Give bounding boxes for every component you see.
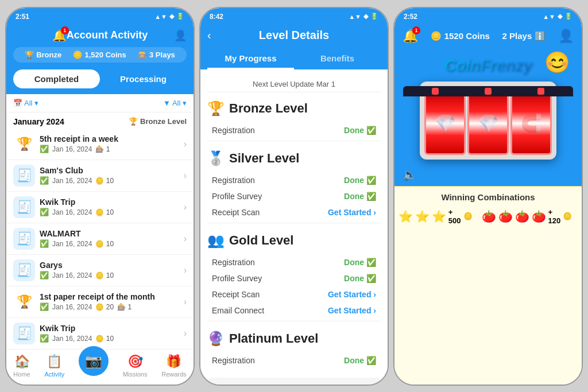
missions-icon: 🎯 <box>127 354 143 369</box>
activity-list: January 2024 🏆 Bronze Level 🏆 5th receip… <box>6 112 194 349</box>
page-title: Account Activity <box>67 29 148 41</box>
title-row: ‹ Level Details <box>207 29 381 48</box>
status-time-2: 8:42 <box>210 13 223 21</box>
status-icons-3: ▲▼ ◆ 🔋 <box>543 13 572 20</box>
profile-icon-3[interactable]: 👤 <box>558 29 574 44</box>
filter-left[interactable]: 📅 All ▾ <box>13 99 38 107</box>
winning-row: ⭐ ⭐ ⭐ + 500 🪙 🍅 🍅 🍅 🍅 + 120 🪙 <box>403 208 574 225</box>
nav-activity[interactable]: 📋 Activity <box>44 354 64 378</box>
list-item: Email Connect Get Started › <box>207 302 381 319</box>
activity-icon-receipt: 🧾 <box>13 165 35 187</box>
level-stat: 🏆 Bronze <box>25 51 61 59</box>
volume-icon[interactable]: 🔈 <box>403 168 417 181</box>
activity-icon-receipt: 🧾 <box>13 323 35 344</box>
tab-processing[interactable]: Processing <box>100 69 187 88</box>
coinfrenzy-logo: CoinFrenzy <box>444 56 532 75</box>
activity-info: Kwik Trip ✅ Jan 16, 2024 🪙 10 <box>40 324 180 343</box>
rewards-icon: 🎁 <box>166 354 181 369</box>
table-row[interactable]: 🧾 Sam's Club ✅ Jan 16, 2024 🪙 10 › <box>6 160 194 192</box>
status-bar-3: 2:52 ▲▼ ◆ 🔋 <box>394 8 582 24</box>
bronze-level-section: 🏆 Bronze Level Registration Done ✅ <box>207 100 381 141</box>
profile-icon[interactable]: 👤 <box>174 29 187 42</box>
title-row: 🔔 1 Account Activity 👤 <box>13 29 187 42</box>
bottom-nav: 🏠 Home 📋 Activity 📷 🎯 Missions 🎁 Rewards <box>6 349 194 385</box>
coin-mascot: 😊 <box>544 51 570 75</box>
notification-badge: 1 <box>61 26 69 34</box>
phone-1: 2:51 ▲▼ ◆ 🔋 🔔 1 Account Activity 👤 🏆 B <box>5 7 195 386</box>
list-item: Receipt Scan Get Started › <box>207 204 381 220</box>
slot-symbol-1: 💎 <box>435 113 456 133</box>
list-item: Registration Done ✅ <box>207 352 381 368</box>
level-details-content: Next Level Update Mar 1 🏆 Bronze Level R… <box>200 69 388 385</box>
table-row[interactable]: 🧾 Kwik Trip ✅ Jan 16, 2024 🪙 10 › <box>6 192 194 223</box>
activity-info: WALMART ✅ Jan 16, 2024 🪙 10 <box>40 229 180 248</box>
activity-info: Sam's Club ✅ Jan 16, 2024 🪙 10 <box>40 166 180 185</box>
get-started-button[interactable]: Get Started › <box>328 290 376 299</box>
list-item: Registration Done ✅ <box>207 122 381 138</box>
tab-completed[interactable]: Completed <box>13 69 100 88</box>
table-row[interactable]: 🏆 1st paper receipt of the month ✅ Jan 1… <box>6 286 194 318</box>
list-item: Registration Done ✅ <box>207 172 381 188</box>
table-row[interactable]: 🧾 Kwik Trip ✅ Jan 16, 2024 🪙 10 › <box>6 318 194 349</box>
slot-symbol-3: 🧲 <box>521 113 542 133</box>
slot-reel-1: 💎 <box>424 92 466 155</box>
month-label: January 2024 <box>13 117 64 126</box>
notification-bell-3[interactable]: 🔔 1 <box>403 29 418 44</box>
winning-item-2: 🍅 🍅 🍅 🍅 + 120 🪙 <box>482 208 572 225</box>
slot-machine-area: CoinFrenzy 😊 💎 💎 <box>394 51 582 186</box>
phone3-header: 🔔 1 🪙 1520 Coins 2 Plays ℹ️ 👤 <box>394 24 582 51</box>
month-level: 🏆 Bronze Level <box>129 117 187 126</box>
activity-info: 1st paper receipt of the month ✅ Jan 16,… <box>40 292 180 311</box>
status-icons-1: ▲▼ ◆ 🔋 <box>154 13 184 20</box>
gold-title: 👥 Gold Level <box>207 232 381 249</box>
note-box: Level update occurs on 1st of the month … <box>207 378 381 385</box>
activity-icon-trophy2: 🏆 <box>13 291 35 313</box>
bronze-title: 🏆 Bronze Level <box>207 100 381 117</box>
next-update-label: Next Level Update Mar 1 <box>207 76 381 92</box>
month-header: January 2024 🏆 Bronze Level <box>6 112 194 129</box>
home-icon: 🏠 <box>14 354 30 369</box>
phone2-tabs: My Progress Benefits <box>207 48 381 69</box>
activity-icon-trophy: 🏆 <box>13 133 35 155</box>
table-row[interactable]: 🧾 Garys ✅ Jan 16, 2024 🪙 10 › <box>6 255 194 286</box>
platinum-level-section: 🔮 Platinum Level Registration Done ✅ <box>207 331 381 368</box>
get-started-button[interactable]: Get Started › <box>328 306 376 315</box>
gold-level-section: 👥 Gold Level Registration Done ✅ Profile… <box>207 232 381 321</box>
get-started-button[interactable]: Get Started › <box>328 208 376 217</box>
silver-title: 🥈 Silver Level <box>207 150 381 166</box>
back-button[interactable]: ‹ <box>207 29 211 42</box>
list-item: Receipt Scan Get Started › <box>207 286 381 302</box>
nav-missions[interactable]: 🎯 Missions <box>123 354 148 378</box>
status-icons-2: ▲▼ ◆ 🔋 <box>349 13 378 20</box>
tab-benefits[interactable]: Benefits <box>294 48 381 69</box>
notification-badge-3: 1 <box>412 26 420 34</box>
nav-rewards[interactable]: 🎁 Rewards <box>161 354 186 378</box>
plays-display: 2 Plays ℹ️ <box>502 31 546 41</box>
coins-display: 🪙 1520 Coins <box>431 31 490 41</box>
filters-row: 📅 All ▾ ▼ All ▾ <box>6 94 194 112</box>
status-time-3: 2:52 <box>404 13 417 21</box>
notification-bell[interactable]: 🔔 1 <box>52 29 67 42</box>
table-row[interactable]: 🧾 WALMART ✅ Jan 16, 2024 🪙 10 › <box>6 223 194 255</box>
winning-title: Winning Combinations <box>403 192 574 202</box>
activity-info: 5th receipt in a week ✅ Jan 16, 2024 🎰 1 <box>40 134 180 153</box>
slot-symbol-2: 💎 <box>478 113 499 133</box>
page-title-2: Level Details <box>259 29 329 42</box>
camera-icon: 📷 <box>85 353 102 369</box>
platinum-title: 🔮 Platinum Level <box>207 331 381 347</box>
activity-info: Garys ✅ Jan 16, 2024 🪙 10 <box>40 261 180 280</box>
slot-reel-2: 💎 <box>467 92 509 155</box>
table-row[interactable]: 🏆 5th receipt in a week ✅ Jan 16, 2024 🎰… <box>6 129 194 160</box>
filter-right[interactable]: ▼ All ▾ <box>163 99 187 107</box>
activity-icon: 📋 <box>47 354 62 369</box>
winning-item-1: ⭐ ⭐ ⭐ + 500 🪙 <box>399 208 473 225</box>
phone-2: 8:42 ▲▼ ◆ 🔋 ‹ Level Details My Progress … <box>199 7 389 386</box>
status-time-1: 2:51 <box>16 13 29 21</box>
camera-button[interactable]: 📷 <box>79 346 109 376</box>
plays-stat: 🎰 3 Plays <box>138 51 175 59</box>
volume-area: 🔈 <box>394 163 582 186</box>
tab-my-progress[interactable]: My Progress <box>207 48 294 69</box>
nav-home[interactable]: 🏠 Home <box>13 354 30 378</box>
phone1-header: 🔔 1 Account Activity 👤 🏆 Bronze 🪙 1,520 … <box>6 24 194 69</box>
slot-machine[interactable]: 💎 💎 🧲 <box>420 81 556 160</box>
